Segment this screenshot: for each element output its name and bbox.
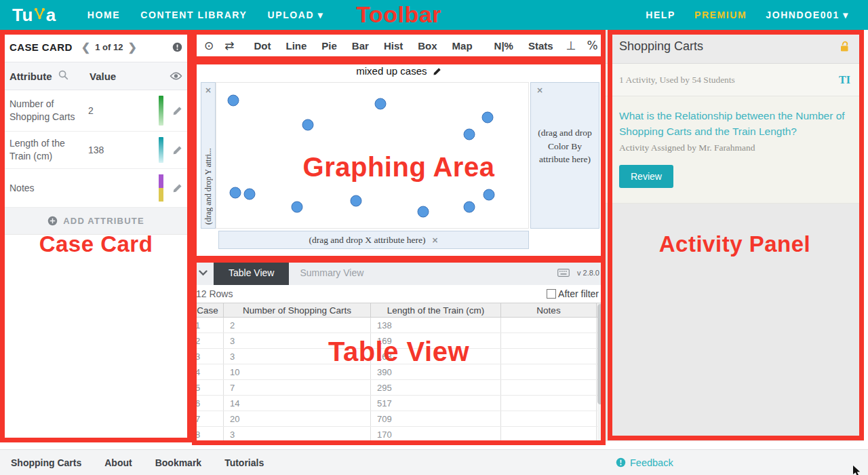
y-axis-drop-zone[interactable]: × (drag and drop Y attri...	[201, 82, 216, 229]
swap-axes-icon[interactable]: ⇄	[224, 40, 234, 52]
table-scrollbar[interactable]	[597, 304, 604, 444]
remove-y-attribute-icon[interactable]: ×	[205, 86, 212, 94]
table-cell: 20	[224, 411, 371, 426]
color-by-drop-zone[interactable]: × (drag and drop Color By attribute here…	[530, 82, 599, 229]
table-cell: 5	[192, 380, 224, 395]
footer-links: Shopping CartsAboutBookmarkTutorials	[0, 457, 264, 468]
version-label: v 2.8.0	[577, 269, 599, 277]
text-size-badge[interactable]: TI	[839, 74, 850, 86]
scatter-point[interactable]	[244, 188, 256, 200]
nav-item-upload[interactable]: UPLOAD ▾	[267, 10, 323, 20]
table-cell	[501, 364, 597, 379]
table-row[interactable]: 410390	[192, 364, 606, 380]
nav-item-content-library[interactable]: CONTENT LIBRARY	[140, 10, 247, 20]
table-cell	[501, 318, 597, 332]
add-attribute-button[interactable]: ADD ATTRIBUTE	[0, 208, 192, 235]
scatter-point[interactable]	[292, 202, 303, 213]
chart-type-pie[interactable]: Pie	[321, 40, 337, 52]
scatter-point[interactable]	[464, 202, 475, 213]
scatter-point[interactable]	[482, 112, 494, 124]
case-card-column-headers: Attribute Value	[0, 62, 192, 90]
search-icon[interactable]	[58, 70, 68, 82]
eye-icon[interactable]	[170, 72, 182, 80]
footer-item-bookmark[interactable]: Bookmark	[155, 457, 201, 468]
nav-item-premium[interactable]: PREMIUM	[694, 10, 747, 20]
tab-table-view[interactable]: Table View	[214, 261, 289, 285]
table-cell: 517	[371, 396, 501, 411]
scatter-point[interactable]	[302, 119, 313, 131]
x-axis-drop-zone[interactable]: (drag and drop X attribute here) ×	[218, 231, 529, 249]
feedback-link[interactable]: Feedback	[616, 457, 673, 468]
remove-x-attribute-icon[interactable]: ×	[432, 236, 439, 244]
edit-title-pencil-icon[interactable]	[433, 67, 441, 76]
footer-item-shopping-carts[interactable]: Shopping Carts	[11, 457, 81, 468]
count-percent-button[interactable]: N|%	[494, 40, 513, 52]
scatter-plot[interactable]	[216, 82, 529, 229]
table-cell: 2	[192, 333, 224, 348]
scatter-point[interactable]	[374, 98, 386, 109]
attribute-value: 138	[85, 145, 159, 155]
footer-item-tutorials[interactable]: Tutorials	[224, 457, 264, 468]
add-attribute-label: ADD ATTRIBUTE	[63, 216, 144, 226]
case-card-title: CASE CARD	[9, 41, 73, 53]
scatter-point[interactable]	[230, 187, 241, 198]
activity-question: What is the Relationship between the Num…	[619, 108, 850, 140]
edit-pencil-icon[interactable]	[172, 145, 182, 155]
collapse-chevron-down-icon[interactable]	[199, 270, 208, 276]
info-icon[interactable]	[172, 42, 182, 52]
table-cell: 169	[371, 333, 501, 348]
table-row[interactable]: 33168	[192, 349, 606, 364]
table-row[interactable]: 720709	[192, 411, 606, 427]
table-cell: 3	[224, 427, 371, 442]
account-nav: HELPPREMIUMJOHNDOE001 ▾	[646, 10, 849, 20]
x-drop-label: (drag and drop X attribute here)	[309, 235, 425, 246]
table-cell: 390	[371, 364, 501, 379]
chart-type-map[interactable]: Map	[452, 40, 473, 52]
table-row[interactable]: 614517	[192, 396, 606, 411]
select-target-icon[interactable]: ⊙	[204, 40, 214, 52]
feedback-info-icon	[616, 457, 626, 468]
sampling-icon[interactable]: %	[587, 40, 597, 52]
chart-type-hist[interactable]: Hist	[384, 40, 403, 52]
edit-pencil-icon[interactable]	[172, 106, 182, 116]
tuva-logo[interactable]: Tu a	[12, 5, 56, 26]
scatter-point[interactable]	[417, 206, 429, 218]
table-cell	[501, 380, 597, 395]
scrollbar-thumb[interactable]	[597, 304, 604, 404]
footer-item-about[interactable]: About	[104, 457, 132, 468]
table-row[interactable]: 83170	[192, 427, 606, 442]
remove-color-attribute-icon[interactable]: ×	[536, 86, 543, 94]
prev-case-icon[interactable]: ❮	[81, 42, 90, 53]
next-case-icon[interactable]: ❯	[127, 42, 136, 53]
graph-title[interactable]: mixed up cases	[192, 65, 606, 77]
chart-type-dot[interactable]: Dot	[254, 40, 271, 52]
scatter-point[interactable]	[464, 128, 475, 140]
table-row[interactable]: 12138	[192, 318, 606, 333]
column-header-notes: Notes	[501, 303, 597, 317]
chart-type-box[interactable]: Box	[418, 40, 437, 52]
tab-summary-view[interactable]: Summary View	[289, 261, 374, 285]
attribute-name: Notes	[9, 182, 85, 195]
attribute-row-train-length: Length of the Train (cm) 138	[0, 132, 192, 169]
axis-settings-icon[interactable]: ⊥	[566, 40, 576, 52]
column-header-number-of-shopping-carts: Number of Shopping Carts	[224, 303, 371, 317]
table-row[interactable]: 57295	[192, 380, 606, 396]
keyboard-icon[interactable]	[557, 269, 570, 277]
attribute-column-label: Attribute	[9, 71, 52, 82]
plus-icon	[47, 216, 58, 226]
after-filter-checkbox[interactable]	[547, 289, 556, 299]
review-button[interactable]: Review	[619, 165, 673, 188]
table-row[interactable]: 23169	[192, 333, 606, 349]
scatter-point[interactable]	[484, 189, 495, 200]
scatter-point[interactable]	[351, 195, 362, 206]
stats-button[interactable]: Stats	[528, 40, 553, 52]
assigned-by-label: Activity Assigned by Mr. Farahmand	[619, 142, 850, 153]
nav-item-home[interactable]: HOME	[87, 10, 120, 20]
chart-type-line[interactable]: Line	[286, 40, 307, 52]
graph-title-text: mixed up cases	[356, 65, 427, 77]
scatter-point[interactable]	[227, 94, 239, 106]
edit-pencil-icon[interactable]	[172, 183, 182, 193]
chart-type-bar[interactable]: Bar	[352, 40, 369, 52]
nav-item-help[interactable]: HELP	[646, 10, 675, 20]
nav-item-johndoe001[interactable]: JOHNDOE001 ▾	[766, 10, 849, 20]
